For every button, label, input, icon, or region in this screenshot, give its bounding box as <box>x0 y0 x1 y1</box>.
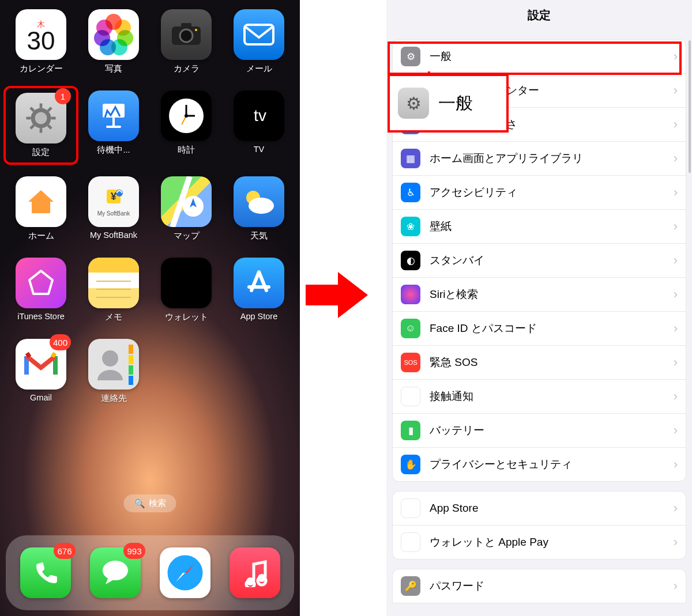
settings-row-passwords[interactable]: 🔑パスワード› <box>393 569 686 603</box>
tv-icon: tv <box>234 90 284 141</box>
gear-icon: ⚙ <box>398 88 429 119</box>
badge: 993 <box>123 543 145 559</box>
app-label: App Store <box>240 312 278 321</box>
exposure-icon: ⦿ <box>401 387 420 406</box>
chevron-right-icon: › <box>674 423 678 438</box>
settings-row-exposure[interactable]: ⦿接触通知› <box>393 379 686 413</box>
softbank-caption: My SoftBank <box>97 210 130 217</box>
svg-point-34 <box>103 561 128 580</box>
app-mail[interactable]: メール <box>226 9 292 74</box>
app-gmail[interactable]: 400 Gmail <box>8 339 74 404</box>
search-label: 検索 <box>149 498 166 509</box>
chevron-right-icon: › <box>674 185 678 200</box>
wallpaper-icon: ❀ <box>401 217 420 236</box>
settings-row-label: 壁紙 <box>430 219 452 234</box>
homescreen-icon: ▦ <box>401 149 420 168</box>
settings-row-siri[interactable]: Siriと検索› <box>393 277 686 311</box>
battery-icon: ▮ <box>401 421 420 440</box>
app-itunes[interactable]: iTunes Store <box>8 258 74 323</box>
dock-safari[interactable] <box>160 547 210 598</box>
app-wallet[interactable]: ウォレット <box>153 258 219 323</box>
svg-point-3 <box>195 29 197 31</box>
settings-row-battery[interactable]: ▮バッテリー› <box>393 413 686 447</box>
calendar-icon: 木 30 <box>16 9 66 60</box>
safari-icon <box>160 547 210 598</box>
callout-general: ⚙ 一般 <box>388 74 509 133</box>
app-contacts[interactable]: 連絡先 <box>81 339 146 404</box>
chevron-right-icon: › <box>674 355 678 370</box>
home-icon <box>16 176 66 227</box>
svg-text:¥: ¥ <box>111 191 116 202</box>
app-tv[interactable]: tv TV <box>226 90 292 160</box>
app-photos[interactable]: 写真 <box>81 9 146 74</box>
app-weather[interactable]: 天気 <box>226 176 292 241</box>
svg-rect-16 <box>112 118 115 126</box>
keynote-icon <box>88 90 139 141</box>
settings-row-privacy[interactable]: ✋プライバシーとセキュリティ› <box>393 447 686 481</box>
app-label: TV <box>254 145 265 154</box>
app-appstore[interactable]: App Store <box>226 258 292 323</box>
dock-music[interactable] <box>230 547 280 598</box>
scrollbar[interactable] <box>689 40 691 173</box>
app-label: メモ <box>105 312 122 323</box>
svg-rect-17 <box>106 126 121 128</box>
app-label: iTunes Store <box>17 312 65 321</box>
settings-group-2: AApp Store›▭ウォレットと Apple Pay› <box>392 491 686 560</box>
svg-point-38 <box>258 574 266 582</box>
iphone-home-screen: 木 30 カレンダー 写真 カメラ <box>0 0 300 616</box>
settings-row-label: 一般 <box>430 49 452 64</box>
settings-row-appstore2[interactable]: AApp Store› <box>393 492 686 525</box>
app-calendar[interactable]: 木 30 カレンダー <box>8 9 74 74</box>
general-icon: ⚙ <box>401 47 420 66</box>
settings-row-sos[interactable]: SOS緊急 SOS› <box>393 345 686 379</box>
settings-row-general[interactable]: ⚙一般› <box>393 40 686 73</box>
phone-icon: 676 <box>20 547 71 598</box>
chevron-right-icon: › <box>674 83 678 98</box>
chevron-right-icon: › <box>674 389 678 404</box>
app-label: 時計 <box>178 145 195 156</box>
settings-row-homescreen[interactable]: ▦ホーム画面とアプリライブラリ› <box>393 141 686 175</box>
svg-point-33 <box>102 350 118 366</box>
app-camera[interactable]: カメラ <box>153 9 219 74</box>
dock-phone[interactable]: 676 <box>20 547 71 598</box>
settings-row-standby[interactable]: ◐スタンバイ› <box>393 243 686 277</box>
settings-row-label: プライバシーとセキュリティ <box>430 457 572 472</box>
app-label: ホーム <box>28 230 54 241</box>
app-home[interactable]: ホーム <box>8 176 74 241</box>
settings-row-label: ウォレットと Apple Pay <box>430 535 548 550</box>
svg-point-6 <box>35 112 47 124</box>
app-softbank[interactable]: ¥ My SoftBank My SoftBank <box>81 176 146 241</box>
search-icon: 🔍 <box>134 498 145 509</box>
app-keynote[interactable]: 待機中... <box>81 90 146 160</box>
badge: 1 <box>55 88 71 104</box>
app-label: マップ <box>174 230 200 241</box>
appstore2-icon: A <box>401 498 420 518</box>
settings-row-wallpaper[interactable]: ❀壁紙› <box>393 209 686 243</box>
svg-rect-30 <box>129 355 133 364</box>
music-icon <box>230 547 280 598</box>
callout-label: 一般 <box>438 92 473 115</box>
spotlight-search[interactable]: 🔍 検索 <box>124 494 176 512</box>
chevron-right-icon: › <box>674 501 678 516</box>
settings-row-label: Siriと検索 <box>430 287 478 302</box>
app-clock[interactable]: 時計 <box>153 90 219 160</box>
dock: 676 993 <box>6 535 294 610</box>
app-label: 天気 <box>250 230 268 241</box>
settings-group-3: 🔑パスワード› <box>392 569 686 603</box>
faceid-icon: ☺︎ <box>401 319 420 338</box>
app-label: Gmail <box>30 393 52 402</box>
app-maps[interactable]: マップ <box>153 176 219 241</box>
contacts-icon <box>88 339 139 390</box>
app-settings[interactable]: 1 設定 <box>8 90 74 160</box>
settings-row-walletpay[interactable]: ▭ウォレットと Apple Pay› <box>393 525 686 559</box>
app-label: 連絡先 <box>101 393 127 404</box>
app-notes[interactable]: メモ <box>81 258 146 323</box>
itunes-icon <box>16 258 66 308</box>
settings-row-label: スタンバイ <box>430 253 484 268</box>
settings-row-accessibility[interactable]: ♿︎アクセシビリティ› <box>393 175 686 209</box>
settings-row-label: パスワード <box>430 579 484 594</box>
settings-row-faceid[interactable]: ☺︎Face ID とパスコード› <box>393 311 686 345</box>
svg-point-22 <box>185 114 188 118</box>
svg-rect-31 <box>129 365 133 375</box>
dock-messages[interactable]: 993 <box>90 547 141 598</box>
